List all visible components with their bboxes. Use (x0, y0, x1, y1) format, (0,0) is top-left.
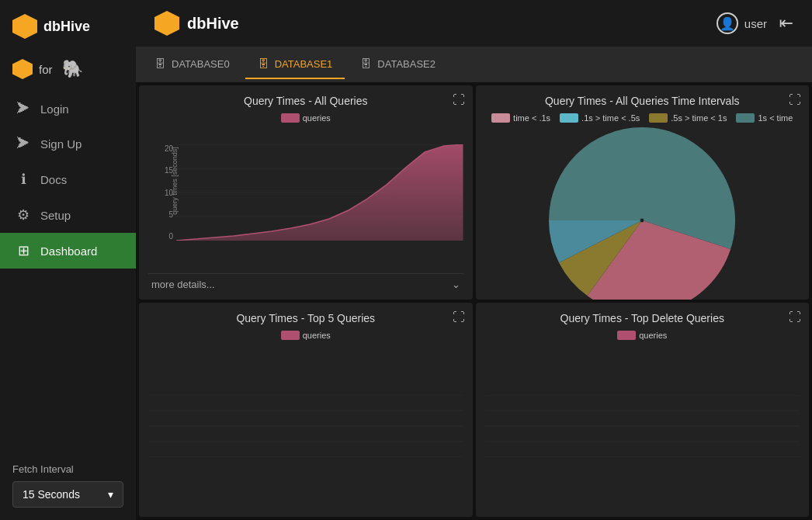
chart-all-queries: ⛶ Query Times - All Queries queries 20 1… (139, 85, 473, 300)
svg-point-5 (640, 219, 644, 223)
postgres-icon: 🐘 (62, 59, 83, 79)
tab-database2-label: DATABASE2 (377, 58, 435, 70)
chevron-down-icon: ▾ (108, 488, 113, 501)
logout-button[interactable]: ⇥ (779, 13, 793, 33)
sidebar-item-docs[interactable]: ℹ Docs (0, 161, 136, 197)
tab-database0[interactable]: 🗄 DATABASE0 (142, 50, 242, 79)
sidebar-hex-sm (12, 59, 33, 79)
more-details-btn[interactable]: more details... ⌄ (148, 273, 463, 290)
delete-chart-svg (485, 395, 800, 457)
main-content: dbHive 👤 user ⇥ 🗄 DATABASE0 🗄 DATABASE1 … (136, 0, 812, 520)
header-app-name: dbHive (187, 15, 239, 33)
fetch-interval-dropdown[interactable]: 15 Seconds ▾ (12, 481, 123, 508)
login-icon: ⮞ (16, 101, 31, 117)
legend-top5-queries: queries (281, 331, 331, 340)
docs-icon: ℹ (16, 171, 31, 188)
user-info: 👤 user (717, 12, 767, 34)
legend-01to05-swatch (560, 113, 578, 123)
tabs-bar: 🗄 DATABASE0 🗄 DATABASE1 🗄 DATABASE2 (136, 47, 812, 82)
legend-delete-swatch (617, 331, 636, 340)
sidebar-item-dashboard[interactable]: ⊞ Dashboard (0, 233, 136, 269)
legend-05to1-swatch (649, 113, 668, 123)
sidebar-logo: dbHive (0, 0, 136, 53)
chart-top5-area (148, 345, 463, 508)
legend-delete-queries: queries (617, 331, 667, 340)
legend-05to1: .5s > time < 1s (649, 113, 727, 123)
db2-icon: 🗄 (360, 57, 371, 70)
chart-top5: ⛶ Query Times - Top 5 Queries queries (139, 303, 473, 517)
legend-gt1: 1s < time (736, 113, 793, 123)
sidebar-nav: ⮞ Login ⮞ Sign Up ℹ Docs ⚙ Setup ⊞ Dashb… (0, 92, 136, 451)
sidebar-item-login[interactable]: ⮞ Login (0, 92, 136, 127)
legend-05to1-label: .5s > time < 1s (671, 113, 727, 123)
tab-database1[interactable]: 🗄 DATABASE1 (245, 50, 345, 79)
chart-all-queries-legend: queries (148, 113, 463, 123)
header-hex-icon (154, 11, 179, 36)
chart-all-queries-area: 20 15 10 5 0 query times [seconds] (148, 127, 463, 270)
legend-lt01-label: time < .1s (513, 113, 550, 123)
user-avatar: 👤 (717, 12, 738, 34)
fetch-interval-section: Fetch Interval 15 Seconds ▾ (0, 451, 136, 520)
sidebar: dbHive for 🐘 ⮞ Login ⮞ Sign Up ℹ Docs ⚙ … (0, 0, 136, 520)
expand-all-queries-btn[interactable]: ⛶ (453, 93, 465, 107)
logo-hex-icon (12, 14, 37, 39)
legend-lt01-swatch (491, 113, 510, 123)
sidebar-label-docs: Docs (40, 173, 67, 186)
legend-queries: queries (281, 113, 331, 123)
chart-time-intervals-legend: time < .1s .1s > time < .5s .5s > time <… (485, 113, 800, 123)
chart-top5-legend: queries (148, 331, 463, 340)
db1-icon: 🗄 (258, 57, 269, 70)
legend-delete-label: queries (639, 331, 667, 340)
area-chart-svg (176, 144, 463, 241)
sidebar-db-label: for (39, 63, 53, 76)
legend-01to05-label: .1s > time < .5s (581, 113, 640, 123)
chart-top-delete-title: Query Times - Top Delete Queries (485, 312, 800, 324)
legend-gt1-label: 1s < time (758, 113, 793, 123)
expand-top5-btn[interactable]: ⛶ (453, 310, 465, 324)
sidebar-item-signup[interactable]: ⮞ Sign Up (0, 127, 136, 161)
chart-top-delete: ⛶ Query Times - Top Delete Queries queri… (476, 303, 810, 517)
more-details-label: more details... (151, 279, 215, 290)
pie-chart-svg (549, 127, 735, 300)
expand-top-delete-btn[interactable]: ⛶ (789, 310, 801, 324)
dashboard: ⛶ Query Times - All Queries queries 20 1… (136, 82, 812, 520)
expand-time-intervals-btn[interactable]: ⛶ (789, 93, 801, 107)
legend-01to05: .1s > time < .5s (560, 113, 640, 123)
legend-queries-swatch (281, 113, 300, 123)
chart-top5-title: Query Times - Top 5 Queries (148, 312, 463, 324)
legend-lt01: time < .1s (491, 113, 550, 123)
legend-gt1-swatch (736, 113, 755, 123)
tab-database0-label: DATABASE0 (172, 58, 230, 70)
legend-top5-swatch (281, 331, 300, 340)
tab-database1-label: DATABASE1 (275, 58, 333, 70)
sidebar-db-row: for 🐘 (0, 53, 136, 92)
setup-icon: ⚙ (16, 206, 31, 224)
chart-time-intervals: ⛶ Query Times - All Queries Time Interva… (476, 85, 810, 300)
chart-top-delete-area (485, 345, 800, 508)
dashboard-icon: ⊞ (16, 242, 31, 259)
y-label-0: 0 (168, 232, 173, 241)
signup-icon: ⮞ (16, 136, 31, 152)
fetch-interval-label: Fetch Interval (12, 463, 123, 475)
top5-chart-svg (148, 395, 463, 457)
tab-database2[interactable]: 🗄 DATABASE2 (348, 50, 448, 79)
sidebar-label-dashboard: Dashboard (40, 244, 97, 258)
sidebar-app-name: dbHive (43, 19, 90, 35)
chart-top-delete-legend: queries (485, 331, 800, 340)
header-right: 👤 user ⇥ (717, 12, 793, 34)
chart-time-intervals-area (485, 127, 800, 300)
legend-top5-label: queries (303, 331, 331, 340)
chart-all-queries-title: Query Times - All Queries (148, 95, 463, 107)
sidebar-item-setup[interactable]: ⚙ Setup (0, 197, 136, 233)
db0-icon: 🗄 (154, 57, 165, 70)
sidebar-label-signup: Sign Up (40, 137, 82, 151)
fetch-interval-value: 15 Seconds (23, 488, 80, 501)
header-logo: dbHive (154, 11, 239, 36)
sidebar-label-setup: Setup (40, 209, 71, 222)
legend-queries-label: queries (303, 113, 331, 123)
header: dbHive 👤 user ⇥ (136, 0, 812, 47)
chart-time-intervals-title: Query Times - All Queries Time Intervals (485, 95, 800, 107)
sidebar-label-login: Login (40, 102, 69, 116)
user-label: user (744, 17, 767, 30)
chevron-down-more: ⌄ (452, 279, 460, 290)
